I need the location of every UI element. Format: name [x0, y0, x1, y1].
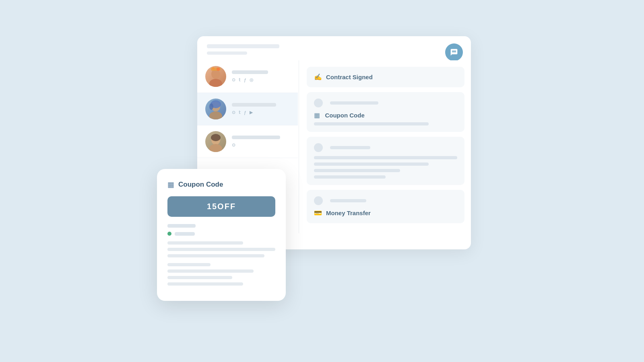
- money-transfer-icon: 💳: [314, 209, 322, 217]
- scene: ⊙ 𝕥 ƒ ◎: [157, 36, 487, 326]
- status-active-dot: [167, 232, 171, 236]
- twitter-icon-2: 𝕥: [239, 110, 241, 115]
- coupon-body-line2: [167, 248, 275, 251]
- rss-icon: ◎: [250, 77, 254, 82]
- coupon-code-panel-item[interactable]: ▦ Coupon Code: [307, 92, 464, 132]
- profile-2-info: ⊙ 𝕥 ƒ ▶: [232, 103, 290, 115]
- coupon-body-skeletons: [167, 241, 275, 257]
- coupon-footer-line1: [167, 263, 211, 266]
- avatar-2: [205, 99, 226, 119]
- contract-signed-header: ✍ Contract Signed: [314, 73, 457, 81]
- item3-title-skel: [330, 146, 370, 149]
- profile-1-socials: ⊙ 𝕥 ƒ ◎: [232, 77, 290, 82]
- instagram-icon-2: ⊙: [232, 110, 235, 115]
- svg-point-1: [209, 79, 222, 87]
- money-transfer-avatar-skel: [314, 196, 323, 205]
- item3-panel-item[interactable]: [307, 137, 464, 185]
- coupon-code-panel-header: [314, 99, 457, 107]
- svg-point-4: [212, 67, 215, 70]
- svg-point-3: [217, 68, 220, 71]
- item3-line4: [314, 175, 386, 179]
- chat-button[interactable]: [445, 43, 463, 61]
- facebook-icon: ƒ: [244, 78, 246, 82]
- coupon-panel-skeleton: ▦ Coupon Code: [314, 111, 457, 119]
- profile-item-2[interactable]: ⊙ 𝕥 ƒ ▶: [197, 93, 298, 125]
- profile-3-info: ⊙: [232, 136, 290, 148]
- coupon-footer-skeletons: [167, 263, 275, 286]
- header-skeleton-line2: [207, 51, 247, 55]
- panel-divider: [299, 60, 299, 233]
- profile-3-name-skeleton: [232, 136, 280, 139]
- coupon-status-skeleton: [175, 232, 195, 236]
- coupon-panel-icon: ▦: [314, 112, 320, 119]
- contract-signed-item[interactable]: ✍ Contract Signed: [307, 67, 464, 87]
- avatar-1-image: [205, 66, 226, 87]
- header-skeleton-line1: [207, 44, 279, 48]
- profile-2-name-skeleton: [232, 103, 276, 107]
- coupon-code-button[interactable]: 15OFF: [167, 196, 275, 217]
- coupon-panel-label: Coupon Code: [325, 112, 364, 119]
- item3-header: [314, 143, 457, 152]
- money-transfer-header: [314, 196, 457, 205]
- coupon-footer-line4: [167, 282, 243, 286]
- svg-point-6: [209, 111, 222, 119]
- coupon-body-line3: [167, 254, 264, 257]
- contract-signed-label: Contract Signed: [326, 74, 373, 80]
- facebook-icon-2: ƒ: [244, 110, 246, 115]
- money-transfer-title-skel: [330, 199, 366, 202]
- money-transfer-item[interactable]: 💳 Money Transfer: [307, 190, 464, 223]
- money-transfer-label: Money Transfer: [326, 210, 371, 216]
- profile-list: ⊙ 𝕥 ƒ ◎: [197, 60, 298, 169]
- twitter-icon: 𝕥: [239, 77, 241, 82]
- coupon-card: ▦ Coupon Code 15OFF: [157, 169, 286, 301]
- coupon-footer-line3: [167, 276, 232, 279]
- avatar-3: [205, 131, 226, 152]
- profile-2-socials: ⊙ 𝕥 ƒ ▶: [232, 110, 290, 115]
- svg-point-10: [209, 144, 222, 152]
- instagram-icon: ⊙: [232, 77, 235, 82]
- coupon-card-header: ▦ Coupon Code: [167, 180, 275, 189]
- coupon-footer-line2: [167, 269, 254, 273]
- coupon-panel-avatar-skel: [314, 99, 323, 107]
- youtube-icon: ▶: [250, 110, 253, 115]
- chat-icon: [450, 48, 458, 56]
- profile-1-name-skeleton: [232, 70, 268, 74]
- bg-card-header: [197, 36, 471, 60]
- coupon-panel-skel-line: [314, 122, 429, 125]
- item3-avatar-skel: [314, 143, 323, 152]
- coupon-card-title: Coupon Code: [178, 181, 223, 189]
- contract-icon: ✍: [314, 73, 322, 81]
- avatar-3-image: [205, 131, 226, 152]
- instagram-icon-3: ⊙: [232, 142, 235, 148]
- item3-line2: [314, 162, 429, 166]
- profile-3-socials: ⊙: [232, 142, 290, 148]
- item3-line1: [314, 156, 457, 159]
- right-panel: ✍ Contract Signed ▦ Coupon Code: [300, 60, 471, 233]
- svg-point-8: [209, 103, 213, 110]
- item3-line3: [314, 169, 400, 172]
- profile-1-info: ⊙ 𝕥 ƒ ◎: [232, 70, 290, 82]
- avatar-2-image: [205, 99, 226, 119]
- coupon-card-icon: ▦: [167, 180, 174, 189]
- profile-item-3[interactable]: ⊙: [197, 125, 298, 158]
- avatar-1: [205, 66, 226, 87]
- coupon-panel-title-skel: [330, 101, 378, 105]
- profile-item-1[interactable]: ⊙ 𝕥 ƒ ◎: [197, 60, 298, 93]
- coupon-skel1: [167, 224, 196, 228]
- coupon-body-line1: [167, 241, 243, 245]
- coupon-status-row: [167, 232, 275, 236]
- svg-point-11: [211, 134, 221, 141]
